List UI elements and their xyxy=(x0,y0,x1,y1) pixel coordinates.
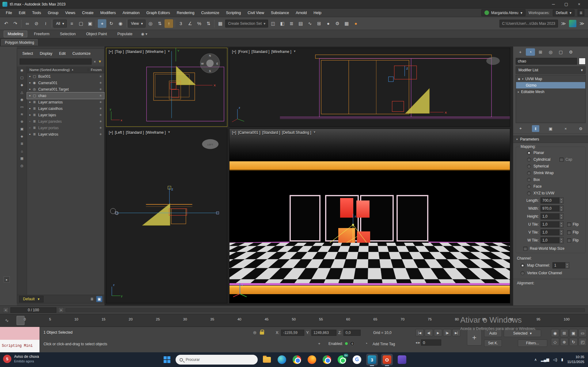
compass-east[interactable]: E xyxy=(216,62,218,65)
height-field[interactable] xyxy=(541,213,560,219)
compass-west[interactable]: W xyxy=(201,62,204,65)
render-setup-button[interactable]: ⚙ xyxy=(333,19,342,28)
menu-tools[interactable]: Tools xyxy=(29,9,44,17)
explorer-row-layer-paredes[interactable]: ● ≣ Layer:paredes ∗ xyxy=(27,118,104,125)
radio-face[interactable]: Face xyxy=(516,183,585,190)
explorer-row-camera-target[interactable]: ● ◎ Camera001.Target ∗ xyxy=(27,86,104,92)
viewport-menu-pov[interactable]: [Top ] xyxy=(115,50,124,54)
viewport-camera[interactable]: z y x z [+] [Camera001 ] [Standard ] [De… xyxy=(229,129,510,303)
frozen-toggle-icon[interactable]: ∗ xyxy=(99,87,102,91)
zoom-all-icon[interactable]: ⊞ xyxy=(560,329,568,337)
edge-icon[interactable] xyxy=(276,354,288,365)
width-field[interactable] xyxy=(541,205,560,212)
menu-arnold[interactable]: Arnold xyxy=(292,9,310,17)
row-label[interactable]: chao xyxy=(38,94,46,98)
taskbar-search[interactable]: Procurar xyxy=(176,355,258,365)
show-end-result-button[interactable]: ‖ xyxy=(532,125,539,132)
timeline-ruler[interactable]: ∿ 05101520253035404550556065707580859095… xyxy=(0,314,588,327)
tab-utilities[interactable]: ⚙ xyxy=(566,48,575,56)
close-button[interactable]: × xyxy=(573,0,586,8)
tab-motion[interactable]: ◎ xyxy=(546,48,555,56)
frozen-toggle-icon[interactable]: ∗ xyxy=(99,107,102,110)
radio-xyz-to-uvw[interactable]: XYZ to UVW xyxy=(516,190,585,197)
viewport-menu-shading[interactable]: [Default Shading ] xyxy=(282,130,311,135)
viewport-menu-standard[interactable]: [Standard ] xyxy=(262,130,280,135)
toolbar-more-icon[interactable]: ≫ xyxy=(578,19,586,28)
maximize-button[interactable]: ▢ xyxy=(560,0,573,8)
viewport-top[interactable]: [+] [Top ] [Standard ] [Wireframe ] ▼ Y … xyxy=(106,48,227,127)
time-slider-handle[interactable] xyxy=(17,316,25,325)
display-layers-icon[interactable]: ▦ xyxy=(19,156,25,161)
active-layer-dropdown[interactable]: Default ▾ xyxy=(19,296,44,302)
explorer-search-input[interactable] xyxy=(20,58,92,65)
row-label[interactable]: Camera001 xyxy=(38,81,58,85)
y-coord-field[interactable]: 1249,863 xyxy=(311,330,336,336)
length-field[interactable] xyxy=(541,197,560,204)
vertex-color-row[interactable]: Vertex Color Channel xyxy=(513,270,588,276)
filter-funnel-icon[interactable]: ▼ xyxy=(293,50,296,54)
real-world-row[interactable]: Real-World Map Size xyxy=(516,244,585,252)
menu-animation[interactable]: Animation xyxy=(119,9,143,17)
ribbon-config-icon[interactable]: ◉ xyxy=(141,32,144,36)
v-flip-row[interactable]: Flip xyxy=(567,230,579,234)
chevron-down-icon[interactable]: ▾ xyxy=(146,32,147,36)
stack-label[interactable]: UVW Map xyxy=(525,77,542,81)
display-lights-icon[interactable]: △ xyxy=(19,90,25,95)
modifier-enable-icon[interactable]: ◉ xyxy=(518,77,520,81)
visibility-icon[interactable]: ● xyxy=(29,133,31,136)
row-label[interactable]: Camera001.Target xyxy=(38,87,69,92)
radio-icon[interactable] xyxy=(527,178,531,182)
percent-snap-button[interactable]: % xyxy=(195,19,203,28)
row-label[interactable]: Layer:armarios xyxy=(38,100,63,104)
angle-snap-button[interactable]: ∠ xyxy=(186,19,194,28)
map-channel-row[interactable]: Map Channel: ▴▾ xyxy=(513,261,588,270)
frame-fwd-icon[interactable]: ▸ xyxy=(418,340,420,345)
cap-checkbox[interactable] xyxy=(560,158,563,162)
row-label[interactable]: Layer:paredes xyxy=(38,119,62,124)
visibility-icon[interactable]: ● xyxy=(29,107,31,110)
material-editor-button[interactable]: ● xyxy=(324,19,332,28)
w-flip-row[interactable]: Flip xyxy=(567,238,579,242)
explorer-menu-select[interactable]: Select xyxy=(20,51,36,56)
visibility-icon[interactable]: ● xyxy=(29,120,31,123)
tab-create[interactable]: + xyxy=(516,48,525,56)
viewport-menu-general[interactable]: [+] xyxy=(232,50,236,54)
battery-icon[interactable]: ▮ xyxy=(561,358,563,362)
rectangular-selection-button[interactable]: ▢ xyxy=(77,19,85,28)
visibility-icon[interactable]: ● xyxy=(29,94,31,97)
explorer-row-layer-lajes[interactable]: ● ≣ Layer:lajes ∗ xyxy=(27,112,104,118)
current-frame-field[interactable] xyxy=(421,339,441,346)
spinner-arrows[interactable]: ▴▾ xyxy=(560,205,563,212)
chevron-down-icon[interactable]: ▾ xyxy=(522,77,524,81)
clock-date-display[interactable]: 10:35 11/11/2025 xyxy=(567,355,584,364)
expand-panel-button[interactable]: ▸ xyxy=(4,276,10,283)
v-tile-field[interactable] xyxy=(541,229,560,235)
menu-customize[interactable]: Customize xyxy=(198,9,222,17)
frozen-column-header[interactable]: Frozen xyxy=(88,68,102,72)
v-flip-checkbox[interactable] xyxy=(567,230,571,234)
tab-hierarchy[interactable]: ⊞ xyxy=(536,48,545,56)
powerpoint-icon[interactable]: O xyxy=(381,354,393,365)
red-box-object[interactable] xyxy=(338,228,355,253)
menu-help[interactable]: Help xyxy=(310,9,325,17)
3dsmax-help-icon[interactable] xyxy=(569,20,576,27)
explorer-row-chao[interactable]: ● ▢ chao ∗ xyxy=(27,92,104,99)
chevron-right-icon[interactable]: ▸ xyxy=(518,90,519,93)
radio-icon[interactable] xyxy=(521,264,525,268)
display-cameras-icon[interactable]: ◉ xyxy=(19,97,25,102)
track-prev-button[interactable]: < xyxy=(3,307,9,313)
viewport-menu-pov[interactable]: [Camera001 ] xyxy=(238,130,260,135)
radio-cylindrical[interactable]: Cylindrical Cap xyxy=(516,156,585,163)
u-tile-field[interactable] xyxy=(541,221,560,227)
pin-stack-button[interactable]: ⌖ xyxy=(517,125,524,132)
radio-spherical[interactable]: Spherical xyxy=(516,163,585,170)
whatsapp-icon[interactable]: 84 xyxy=(336,354,348,365)
menu-graph-editors[interactable]: Graph Editors xyxy=(143,9,173,17)
cap-checkbox-row[interactable]: Cap xyxy=(560,157,572,162)
filter-funnel-icon[interactable]: ▼ xyxy=(98,59,102,64)
display-groups-icon[interactable]: ⊕ xyxy=(19,119,25,124)
select-rotate-button[interactable]: ↻ xyxy=(107,19,116,28)
use-pivot-center-button[interactable]: ◎ xyxy=(146,19,155,28)
radio-shrink-wrap[interactable]: Shrink Wrap xyxy=(516,170,585,176)
key-mode-dropdown[interactable]: Selected ▾ xyxy=(504,330,541,337)
